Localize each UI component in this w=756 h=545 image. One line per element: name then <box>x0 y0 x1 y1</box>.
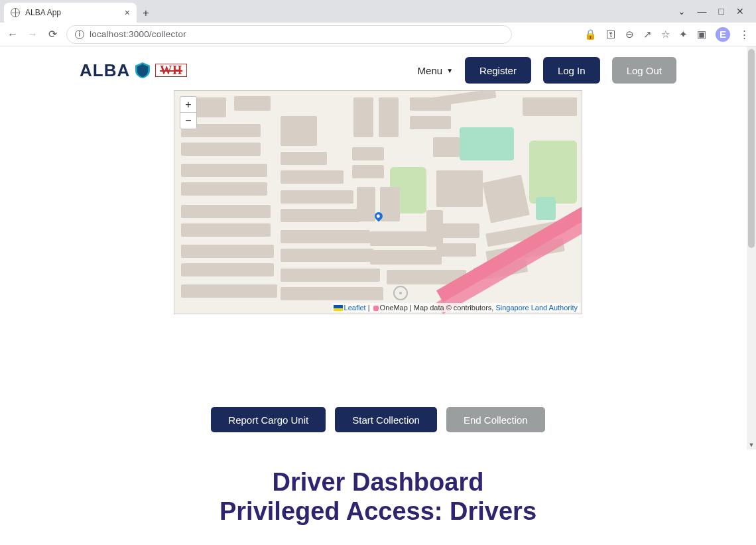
lastpass-icon[interactable]: 🔒 <box>584 29 597 40</box>
action-buttons: Report Cargo Unit Start Collection End C… <box>80 407 676 432</box>
map[interactable]: + − Leaflet | OneMap | Map data © contri… <box>174 90 582 314</box>
zoom-control: + − <box>180 96 197 129</box>
zoom-in-button[interactable]: + <box>180 97 196 113</box>
address-bar: ← → ⟳ i localhost:3000/collector 🔒 ⚿ ⊖ ↗… <box>0 23 756 46</box>
map-attribution: Leaflet | OneMap | Map data © contributo… <box>332 303 580 312</box>
back-button[interactable]: ← <box>7 29 19 40</box>
forward-button[interactable]: → <box>27 29 38 40</box>
page-content: ALBA WH Menu ▼ Register Log In Log Out <box>60 46 696 450</box>
page-viewport: ▲ ▼ ALBA WH Menu ▼ Register Log In <box>0 46 756 450</box>
caption-line2: Privileged Access: Drivers <box>220 497 536 526</box>
close-window-icon[interactable]: ✕ <box>736 6 744 17</box>
globe-icon <box>11 8 20 17</box>
slide-caption: Driver Dashboard Privileged Access: Driv… <box>0 450 756 545</box>
browser-tab[interactable]: ALBA App × <box>4 3 137 23</box>
maximize-icon[interactable]: □ <box>719 6 724 17</box>
kebab-menu-icon[interactable]: ⋮ <box>739 29 749 40</box>
toolbar-right: 🔒 ⚿ ⊖ ↗ ☆ ✦ ▣ E ⋮ <box>584 27 749 42</box>
caret-down-icon: ▼ <box>446 67 453 74</box>
onemap-icon <box>373 306 379 311</box>
menu-dropdown[interactable]: Menu ▼ <box>418 65 453 76</box>
login-button[interactable]: Log In <box>543 57 600 84</box>
logout-button[interactable]: Log Out <box>612 57 676 84</box>
shield-icon <box>135 62 150 78</box>
new-tab-button[interactable]: + <box>137 4 155 23</box>
tab-bar: ALBA App × + ⌄ — □ ✕ <box>0 0 756 23</box>
zoom-icon[interactable]: ⊖ <box>625 29 634 40</box>
caption-line1: Driver Dashboard <box>273 468 484 497</box>
brand[interactable]: ALBA WH <box>80 60 187 81</box>
scrollbar[interactable]: ▲ ▼ <box>747 46 756 450</box>
wh-badge: WH <box>155 64 187 77</box>
onemap-label: OneMap <box>380 304 408 312</box>
reload-button[interactable]: ⟳ <box>46 28 58 40</box>
bookmark-icon[interactable]: ☆ <box>661 29 670 40</box>
close-tab-icon[interactable]: × <box>125 7 130 18</box>
browser-chrome: ALBA App × + ⌄ — □ ✕ ← → ⟳ i localhost:3… <box>0 0 756 450</box>
start-collection-button[interactable]: Start Collection <box>335 407 437 432</box>
menu-label: Menu <box>418 65 443 76</box>
site-info-icon[interactable]: i <box>75 30 84 39</box>
scroll-up-icon[interactable]: ▲ <box>747 46 756 56</box>
key-icon[interactable]: ⚿ <box>606 29 616 40</box>
app-navbar: ALBA WH Menu ▼ Register Log In Log Out <box>80 50 676 90</box>
url-field[interactable]: i localhost:3000/collector <box>66 25 512 44</box>
map-tiles <box>174 91 582 314</box>
scroll-down-icon[interactable]: ▼ <box>747 440 756 450</box>
window-controls: ⌄ — □ ✕ <box>670 0 752 23</box>
flag-icon <box>334 305 343 311</box>
brand-text: ALBA <box>80 60 130 81</box>
end-collection-button[interactable]: End Collection <box>446 407 545 432</box>
profile-avatar[interactable]: E <box>716 27 730 42</box>
zoom-out-button[interactable]: − <box>180 113 196 129</box>
scroll-thumb[interactable] <box>748 49 755 248</box>
url-text: localhost:3000/collector <box>90 29 186 39</box>
minimize-icon[interactable]: — <box>698 6 707 17</box>
locate-icon[interactable] <box>393 286 408 300</box>
nav-right: Menu ▼ Register Log In Log Out <box>418 57 676 84</box>
sla-link[interactable]: Singapore Land Authority <box>495 304 578 312</box>
extensions-icon[interactable]: ✦ <box>679 29 688 40</box>
sidepanel-icon[interactable]: ▣ <box>697 29 706 40</box>
tab-title: ALBA App <box>25 8 119 17</box>
leaflet-link[interactable]: Leaflet <box>344 304 366 312</box>
report-cargo-button[interactable]: Report Cargo Unit <box>211 407 326 432</box>
share-icon[interactable]: ↗ <box>643 29 652 40</box>
chevron-down-icon[interactable]: ⌄ <box>678 6 686 17</box>
register-button[interactable]: Register <box>465 57 531 84</box>
